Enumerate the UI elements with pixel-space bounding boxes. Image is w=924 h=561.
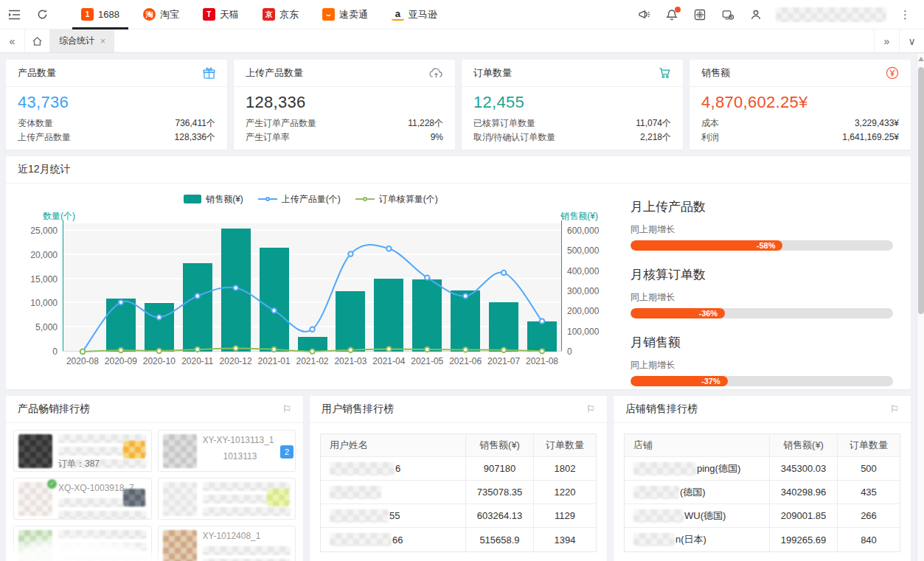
京东-icon: 京: [263, 8, 275, 21]
tab-label: 综合统计: [59, 35, 94, 47]
table-row: WU(德国)209001.85266: [625, 504, 900, 528]
platform-label: 淘宝: [160, 8, 179, 21]
legend-item[interactable]: 订单核算量(个): [355, 193, 438, 206]
tabs-scroll-left-icon[interactable]: «: [0, 29, 25, 52]
notification-dot: [675, 7, 681, 13]
growth-progress-track: -58%: [631, 240, 893, 251]
sales-cell: 907180: [466, 457, 534, 480]
platform-tab-速卖通[interactable]: ⌣速卖通: [310, 0, 380, 29]
x-label-2021-03: 2021-03: [334, 356, 367, 366]
collapse-menu-icon[interactable]: [0, 0, 28, 29]
stat-card-2[interactable]: 订单数量12,455已核算订单数量11,074个取消/待确认订单数量2,218个: [462, 60, 683, 150]
masked-name: [330, 486, 381, 499]
growth-progress-fill: -58%: [631, 240, 782, 251]
column-header: 订单数量: [534, 434, 596, 456]
scrollbar-up-arrow[interactable]: [918, 57, 924, 61]
product-image: [163, 482, 197, 516]
yuan-icon: [886, 66, 899, 80]
x-label-2021-07: 2021-07: [487, 356, 520, 366]
tabs-scroll-right-icon[interactable]: »: [874, 29, 899, 52]
亚马逊-icon: a: [392, 8, 404, 21]
platform-tab-淘宝[interactable]: 淘淘宝: [131, 0, 191, 29]
name-cell: [321, 481, 466, 503]
home-tab-icon[interactable]: [25, 29, 50, 52]
chart-lines: [63, 223, 561, 352]
stat-card-1[interactable]: 上传产品数量128,336产生订单产品数量11,228个产生订单率9%: [234, 60, 455, 150]
name-suffix: (德国): [680, 486, 706, 499]
left-axis-tick: 5,000: [35, 322, 63, 332]
announcement-icon[interactable]: [631, 0, 656, 29]
masked-name: [330, 462, 395, 475]
chart-panel: 近12月统计 销售额(¥)上传产品量(个)订单核算量(个) 数量(个) 销售额(…: [6, 156, 911, 389]
main-content: 产品数量43,736变体数量736,411个上传产品数量128,336个上传产品…: [0, 54, 917, 561]
stat-row-value: 736,411个: [176, 116, 216, 130]
product-ranking-title: 产品畅销排行榜: [18, 403, 90, 416]
left-axis-tick: 0: [52, 346, 63, 357]
platform-tab-天猫[interactable]: T天猫: [191, 0, 251, 29]
product-card-3[interactable]: ✓XQ-XQ-1003918_7: [13, 478, 152, 520]
stat-card-3[interactable]: 销售额4,870,602.25¥成本3,229,433¥利润1,641,169.…: [689, 60, 911, 150]
flag-icon[interactable]: ⚐: [282, 403, 291, 415]
product-card-6[interactable]: XY-1012408_1: [158, 526, 296, 561]
username-masked[interactable]: [776, 7, 886, 22]
name-cell: 55: [321, 504, 466, 527]
orders-cell: 266: [838, 504, 900, 527]
flag-icon[interactable]: ⚐: [889, 403, 899, 415]
user-ranking-title: 用户销售排行榜: [322, 403, 394, 416]
stat-row-value: 2,218个: [640, 130, 671, 144]
scrollbar-thumb[interactable]: [918, 67, 924, 314]
name-suffix: 55: [389, 510, 400, 521]
shop-ranking-title: 店铺销售排行榜: [625, 403, 698, 416]
stat-row-value: 11,074个: [636, 116, 671, 130]
page-scrollbar[interactable]: [917, 54, 924, 561]
legend-line-swatch: [258, 195, 277, 203]
product-card-2[interactable]: XY-XY-1013113_110131132: [158, 430, 296, 472]
product-card-4[interactable]: [158, 478, 296, 520]
name-suffix: 66: [392, 534, 403, 546]
stat-row-label: 利润: [701, 130, 719, 144]
left-axis-tick: 15,000: [30, 274, 63, 285]
masked-accent: [123, 489, 145, 506]
stat-card-0[interactable]: 产品数量43,736变体数量736,411个上传产品数量128,336个: [6, 60, 227, 150]
stat-card-row: 已核算订单数量11,074个: [462, 116, 683, 130]
chart-legend: 销售额(¥)上传产品量(个)订单核算量(个): [18, 189, 604, 209]
product-card-5[interactable]: [13, 526, 152, 561]
legend-item[interactable]: 上传产品量(个): [258, 193, 341, 206]
platform-tab-1688[interactable]: 11688: [69, 0, 131, 29]
flag-icon[interactable]: ⚐: [586, 403, 595, 415]
notifications-bell-icon[interactable]: [659, 0, 684, 29]
growth-title: 月核算订单数: [631, 266, 893, 283]
growth-title: 月销售额: [631, 334, 893, 351]
more-menu-icon[interactable]: ⋮: [894, 8, 917, 21]
sales-cell: 515658.9: [466, 528, 534, 551]
product-info: XY-1012408_1: [203, 530, 291, 561]
product-card-1[interactable]: 订单：387: [13, 430, 152, 472]
stat-row-value: 9%: [431, 130, 443, 144]
platform-tab-亚马逊[interactable]: a亚马逊: [380, 0, 449, 29]
product-id: 1013113: [203, 450, 291, 462]
tab-comprehensive-statistics[interactable]: 综合统计 ×: [50, 29, 114, 52]
x-label-2021-05: 2021-05: [411, 356, 443, 366]
growth-block: 月上传产品数同上期增长-58%: [631, 198, 893, 251]
stat-row-label: 上传产品数量: [18, 130, 71, 144]
platform-tab-京东[interactable]: 京京东: [251, 0, 310, 29]
close-icon[interactable]: ×: [100, 36, 105, 46]
left-axis-tick: 25,000: [30, 226, 63, 236]
stat-card-header: 销售额: [689, 60, 911, 87]
stat-row-label: 产生订单率: [246, 130, 290, 144]
stat-card-title: 销售额: [701, 66, 730, 80]
tabs-menu-chevron-icon[interactable]: ∨: [899, 29, 924, 52]
legend-item[interactable]: 销售额(¥): [184, 193, 243, 206]
orders-cell: 500: [838, 457, 900, 480]
product-info: XY-XY-1013113_11013113: [203, 434, 291, 467]
name-cell: 66: [321, 528, 466, 551]
refresh-icon[interactable]: [28, 0, 56, 29]
user-icon[interactable]: [743, 0, 768, 29]
growth-panel: 月上传产品数同上期增长-58%月核算订单数同上期增长-36%月销售额同上期增长-…: [604, 188, 903, 402]
stat-card-header: 订单数量: [462, 60, 683, 87]
service-icon[interactable]: [715, 0, 740, 29]
apps-grid-icon[interactable]: [687, 0, 712, 29]
legend-bar-swatch: [184, 195, 201, 203]
stat-card-row: 上传产品数量128,336个: [6, 130, 227, 144]
x-label-2020-10: 2020-10: [143, 356, 176, 366]
